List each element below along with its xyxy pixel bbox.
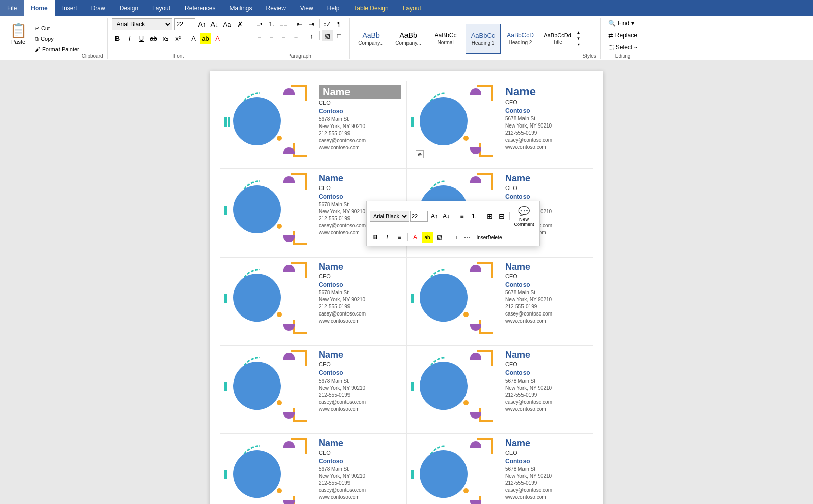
float-font-size[interactable]: [410, 211, 428, 222]
card-name-2[interactable]: Name: [505, 85, 588, 98]
table-move-handle[interactable]: ⊕: [416, 150, 424, 158]
float-grow-btn[interactable]: A↑: [429, 211, 440, 222]
text-effects-btn[interactable]: A: [188, 33, 199, 44]
tab-file[interactable]: File: [0, 0, 24, 16]
bold-button[interactable]: B: [112, 33, 123, 44]
font-shrink-btn[interactable]: A↓: [209, 19, 220, 30]
format-painter-button[interactable]: 🖌 Format Painter: [32, 45, 82, 54]
tab-home[interactable]: Home: [24, 0, 54, 16]
tab-insert[interactable]: Insert: [55, 0, 84, 16]
style-heading2[interactable]: AaBbCcD Heading 2: [503, 24, 538, 54]
float-more-btn[interactable]: ⋯: [461, 232, 473, 243]
tab-draw[interactable]: Draw: [84, 0, 112, 16]
card-title-2: CEO: [505, 99, 588, 105]
card-deco-6: [407, 258, 500, 345]
tab-review[interactable]: Review: [259, 0, 293, 16]
float-numbering-btn[interactable]: 1.: [469, 211, 480, 222]
deco-teal-bar-2: [411, 117, 414, 127]
float-shading-btn[interactable]: ▧: [434, 232, 445, 243]
multilevel-btn[interactable]: ≡≡: [278, 18, 289, 29]
style-company2-label: Company...: [395, 40, 421, 46]
show-hide-btn[interactable]: ¶: [334, 18, 345, 29]
tab-help[interactable]: Help: [320, 0, 347, 16]
style-down-arrow[interactable]: ▼: [577, 36, 581, 42]
clear-format-btn[interactable]: ✗: [235, 19, 246, 30]
styles-group: AaBb Company... AaBb Company... AaBbCc N…: [350, 18, 601, 59]
find-button[interactable]: 🔍 Find ▾: [605, 18, 642, 28]
italic-button[interactable]: I: [124, 33, 135, 44]
style-title[interactable]: AaBbCcDd Title: [540, 24, 575, 54]
style-company2-preview: AaBb: [399, 31, 417, 39]
float-bold-btn[interactable]: B: [370, 232, 381, 243]
style-expand-arrow[interactable]: ▾: [578, 42, 580, 48]
copy-button[interactable]: ⧉ Copy: [32, 34, 82, 44]
card-name-3[interactable]: Name: [319, 173, 401, 184]
cut-button[interactable]: ✂ Cut: [32, 24, 82, 33]
change-case-btn[interactable]: Aa: [222, 19, 233, 30]
strikethrough-button[interactable]: ab: [148, 33, 159, 44]
card-name-5[interactable]: Name: [319, 262, 401, 272]
decrease-indent-btn[interactable]: ⇤: [294, 18, 305, 29]
card-info-5: Name CEO Contoso 5678 Main StNew York, N…: [314, 258, 406, 345]
tab-table-design[interactable]: Table Design: [346, 0, 395, 16]
card-name-9[interactable]: Name: [319, 438, 401, 449]
increase-indent-btn[interactable]: ⇥: [306, 18, 317, 29]
font-grow-btn[interactable]: A↑: [197, 19, 208, 30]
float-italic-btn[interactable]: I: [382, 232, 393, 243]
line-spacing-btn[interactable]: ↕: [306, 30, 317, 41]
float-shrink-btn[interactable]: A↓: [441, 211, 452, 222]
card-deco-8: [407, 346, 500, 433]
card-title-5: CEO: [319, 273, 401, 279]
float-insert-btn[interactable]: Insert: [477, 232, 488, 243]
tab-references[interactable]: References: [178, 0, 222, 16]
style-company2[interactable]: AaBb Company...: [391, 24, 426, 54]
card-name-box-1[interactable]: Name: [319, 85, 401, 99]
style-up-arrow[interactable]: ▲: [577, 30, 581, 36]
float-borders-btn[interactable]: □: [449, 232, 460, 243]
float-font-color-btn[interactable]: A: [410, 232, 421, 243]
style-scroll-arrows[interactable]: ▲ ▼ ▾: [575, 18, 583, 59]
card-name-6[interactable]: Name: [505, 262, 588, 272]
subscript-button[interactable]: x₂: [160, 33, 171, 44]
select-button[interactable]: ⬚ Select ~: [605, 42, 642, 52]
tab-layout2[interactable]: Layout: [396, 0, 428, 16]
float-font-select[interactable]: Arial Black: [370, 211, 409, 222]
float-insert-cols-btn[interactable]: ⊟: [496, 211, 507, 222]
card-name-10[interactable]: Name: [505, 438, 588, 449]
float-bullets-btn[interactable]: ≡: [456, 211, 468, 222]
font-color-btn[interactable]: A: [212, 33, 223, 44]
float-table-icon[interactable]: ⊞: [484, 211, 495, 222]
shading-btn[interactable]: ▧: [322, 30, 333, 41]
justify-btn[interactable]: ≡: [291, 30, 302, 41]
paste-button[interactable]: 📋 Paste: [4, 18, 32, 48]
underline-button[interactable]: U: [136, 33, 147, 44]
card-name-7[interactable]: Name: [319, 350, 401, 360]
card-name-4[interactable]: Name: [505, 173, 588, 184]
style-normal[interactable]: AaBbCc Normal: [428, 24, 463, 54]
tab-layout[interactable]: Layout: [145, 0, 178, 16]
sort-btn[interactable]: ↕Z: [322, 18, 333, 29]
superscript-button[interactable]: x²: [172, 33, 184, 44]
card-name-8[interactable]: Name: [505, 350, 588, 360]
numbering-btn[interactable]: 1.: [266, 18, 277, 29]
borders-btn[interactable]: □: [334, 30, 345, 41]
float-delete-btn[interactable]: Delete: [489, 232, 500, 243]
font-size-input[interactable]: [174, 18, 195, 30]
style-company1[interactable]: AaBb Company...: [354, 24, 389, 54]
tab-design[interactable]: Design: [112, 0, 145, 16]
deco-orange-corner-br-2: [479, 143, 493, 157]
tab-view[interactable]: View: [293, 0, 320, 16]
bullets-btn[interactable]: ≡•: [254, 18, 265, 29]
align-right-btn[interactable]: ≡: [278, 30, 289, 41]
align-left-btn[interactable]: ≡: [254, 30, 265, 41]
replace-button[interactable]: ⇄ Replace: [605, 30, 642, 40]
align-center-btn[interactable]: ≡: [266, 30, 277, 41]
text-highlight-btn[interactable]: ab: [200, 33, 211, 44]
tab-mailings[interactable]: Mailings: [222, 0, 259, 16]
biz-card-6: Name CEO Contoso 5678 Main StNew York, N…: [406, 257, 593, 345]
new-comment-button[interactable]: 💬 New Comment: [512, 204, 536, 228]
float-align-btn[interactable]: ≡: [394, 232, 405, 243]
float-highlight-btn[interactable]: ab: [422, 232, 433, 243]
font-family-select[interactable]: Arial Black: [112, 18, 172, 30]
style-heading1[interactable]: AaBbCc Heading 1: [466, 24, 501, 54]
